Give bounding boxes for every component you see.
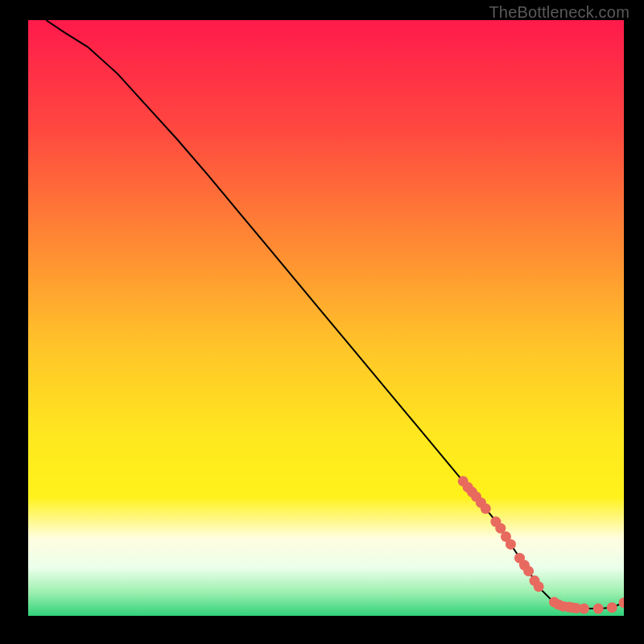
data-point [579, 604, 589, 614]
data-point [534, 581, 544, 592]
plot-area [28, 20, 624, 616]
watermark-text: TheBottleneck.com [489, 3, 630, 22]
chart-frame: TheBottleneck.com [0, 0, 644, 644]
data-point [593, 604, 604, 614]
data-point [607, 602, 617, 613]
data-point [523, 566, 534, 576]
chart-svg [28, 20, 624, 616]
data-point [481, 503, 491, 514]
data-point [506, 539, 516, 550]
